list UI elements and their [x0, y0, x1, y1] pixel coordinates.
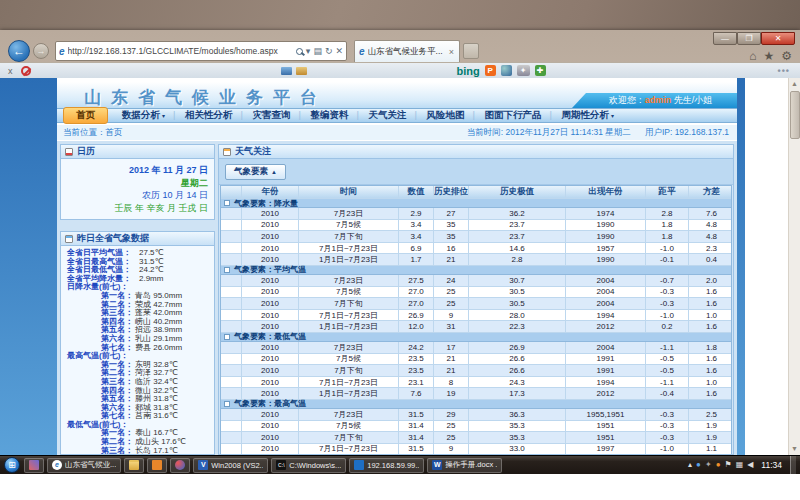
table-row[interactable]: 20107月1日~7月23日31.5933.01997-1.01.1: [221, 444, 731, 455]
url-input[interactable]: [68, 46, 294, 56]
scroll-down-arrow[interactable]: ▼: [789, 443, 800, 455]
taskbar-clock[interactable]: 11:34: [761, 460, 782, 470]
toolbar-puzzle-icon[interactable]: ✚: [535, 65, 546, 76]
action-center-flag-icon[interactable]: ⚑: [724, 460, 731, 470]
hidden-icons-arrow[interactable]: ▴: [688, 460, 692, 470]
taskbar-button-ie[interactable]: e山东省气候业...: [47, 458, 121, 473]
back-button[interactable]: ←: [8, 40, 30, 62]
table-row[interactable]: 20107月5候31.42535.31951-0.31.9: [221, 421, 731, 433]
table-cell: 7月5候: [299, 354, 399, 365]
home-icon[interactable]: ⌂: [749, 49, 756, 63]
refresh-icon[interactable]: ↻: [325, 46, 333, 56]
group-band[interactable]: 气象要素：平均气温: [221, 266, 731, 275]
taskbar-button-cmd[interactable]: C:\C:\Windows\s...: [271, 458, 346, 473]
table-row[interactable]: 20107月23日31.52936.31955,1951-0.32.5: [221, 409, 731, 421]
nav-item-灾害查询[interactable]: 灾害查询: [243, 109, 301, 122]
rdp-icon: [354, 460, 364, 470]
taskbar-button[interactable]: [147, 458, 167, 473]
table-row[interactable]: 20107月1日~7月23日6.91614.61957-1.02.3: [221, 243, 731, 255]
table-cell: 2010: [242, 421, 299, 432]
toolbar-close-icon[interactable]: x: [8, 66, 13, 76]
table-row[interactable]: 20107月5候23.52126.61991-0.51.6: [221, 354, 731, 366]
nav-item-首页[interactable]: 首页: [63, 107, 108, 124]
nav-item-风险地图[interactable]: 风险地图: [417, 109, 475, 122]
volume-icon[interactable]: ◀: [747, 460, 753, 470]
network-icon[interactable]: ▦: [736, 460, 744, 470]
nav-item-天气关注[interactable]: 天气关注: [359, 109, 417, 122]
nav-item-周期性分析[interactable]: 周期性分析▾: [552, 109, 625, 122]
screen: — ❐ ✕ ← → e ▾ ▤ ↻ ✕ e 山东省气候业务平... ×: [0, 0, 800, 500]
search-dropdown-icon[interactable]: ▾: [306, 46, 311, 56]
table-row[interactable]: 20107月下旬3.43523.719901.84.8: [221, 231, 731, 243]
table-row[interactable]: 20107月23日2.92736.219742.87.6: [221, 208, 731, 220]
table-cell: 1955,1951: [566, 409, 646, 420]
tray-utility-icon[interactable]: ✦: [705, 460, 712, 470]
group-checkbox[interactable]: [224, 401, 230, 407]
table-cell: 1997: [566, 444, 646, 455]
compatibility-icon[interactable]: ▤: [313, 46, 322, 56]
group-checkbox[interactable]: [224, 267, 230, 273]
nav-item-相关性分析[interactable]: 相关性分析: [175, 109, 243, 122]
table-row[interactable]: 20107月1日~7月23日26.9928.01994-1.01.0: [221, 310, 731, 322]
table-cell: 7月1日~7月23日: [299, 444, 399, 455]
element-filter-button[interactable]: 气象要素 ▲: [225, 164, 286, 180]
ie-icon: e: [52, 460, 62, 470]
show-desktop-button[interactable]: [790, 456, 796, 475]
table-row[interactable]: 20107月23日27.52430.72004-0.72.0: [221, 275, 731, 287]
favorites-star-icon[interactable]: ★: [763, 49, 774, 63]
settings-gear-icon[interactable]: ⚙: [781, 49, 792, 63]
group-checkbox[interactable]: [224, 200, 230, 206]
stop-icon[interactable]: ✕: [335, 46, 343, 56]
toolbar-p-icon[interactable]: P: [485, 65, 496, 76]
toolbar-camera-icon[interactable]: [501, 65, 512, 76]
cmd-icon: C:\: [276, 460, 286, 470]
group-band[interactable]: 气象要素：降水量: [221, 199, 731, 208]
toolbar-mail-icon[interactable]: [296, 67, 307, 75]
browser-tab[interactable]: e 山东省气候业务平... ×: [354, 40, 460, 62]
table-row[interactable]: 20107月23日24.21726.92004-1.11.8: [221, 342, 731, 354]
blocked-plugin-icon[interactable]: [21, 66, 31, 76]
table-row[interactable]: 20107月下旬31.42535.31951-0.31.9: [221, 432, 731, 444]
row-check-cell: [221, 432, 242, 443]
scroll-up-arrow[interactable]: ▲: [789, 78, 800, 90]
table-row[interactable]: 20107月下旬27.02530.52004-0.31.6: [221, 298, 731, 310]
taskbar-button-word[interactable]: W操作手册.docx ...: [427, 458, 502, 473]
taskbar-button-rdp[interactable]: 192.168.59.99...: [349, 458, 424, 473]
table-row[interactable]: 20107月5候27.02530.52004-0.31.6: [221, 287, 731, 299]
table-row[interactable]: 20107月5候3.43523.719901.84.8: [221, 220, 731, 232]
taskbar-button-win[interactable]: VWin2008 (VS2...: [193, 458, 268, 473]
welcome-banner: 欢迎您：admin 先生/小姐: [572, 93, 737, 108]
toolbar-card-icon[interactable]: [281, 67, 292, 75]
taskbar: ⊞ e山东省气候业...VWin2008 (VS2...C:\C:\Window…: [0, 455, 800, 474]
table-row[interactable]: 20107月下旬23.52126.61991-0.51.6: [221, 365, 731, 377]
search-icon[interactable]: [296, 48, 303, 55]
tab-close-icon[interactable]: ×: [448, 47, 455, 57]
table-cell: 2004: [566, 287, 646, 298]
weather-panel-header: 昨日全省气象数据: [61, 232, 214, 246]
welcome-suffix: 先生/小姐: [671, 95, 712, 105]
group-band[interactable]: 气象要素：最低气温: [221, 333, 731, 342]
table-row[interactable]: 20107月1日~7月23日23.1824.31994-1.11.0: [221, 377, 731, 389]
forward-button[interactable]: →: [33, 43, 49, 59]
taskbar-button[interactable]: [24, 458, 44, 473]
vertical-scrollbar[interactable]: ▲ ▼: [788, 78, 800, 455]
toolbar-overflow-icon[interactable]: •••: [778, 66, 790, 76]
browser-window: — ❐ ✕ ← → e ▾ ▤ ↻ ✕ e 山东省气候业务平... ×: [0, 30, 800, 455]
address-bar[interactable]: e ▾ ▤ ↻ ✕: [55, 41, 347, 61]
taskbar-button-label: 操作手册.docx ...: [445, 460, 497, 470]
tray-update-icon[interactable]: ●: [716, 460, 721, 470]
taskbar-button[interactable]: [124, 458, 144, 473]
new-tab-button[interactable]: [463, 43, 479, 59]
start-button[interactable]: ⊞: [4, 457, 20, 473]
toolbar-paw-icon[interactable]: ✦: [517, 65, 530, 76]
taskbar-button[interactable]: [170, 458, 190, 473]
scroll-thumb[interactable]: [790, 91, 800, 139]
nav-item-数据分析[interactable]: 数据分析▾: [112, 109, 175, 122]
group-band[interactable]: 气象要素：最高气温: [221, 400, 731, 409]
bing-logo[interactable]: bing: [457, 65, 480, 77]
group-checkbox[interactable]: [224, 334, 230, 340]
network-globe-icon[interactable]: ●: [696, 460, 701, 470]
row-check-cell: [221, 365, 242, 376]
nav-item-图面下行产品[interactable]: 图面下行产品: [475, 109, 552, 122]
nav-item-整编资料[interactable]: 整编资料: [301, 109, 359, 122]
